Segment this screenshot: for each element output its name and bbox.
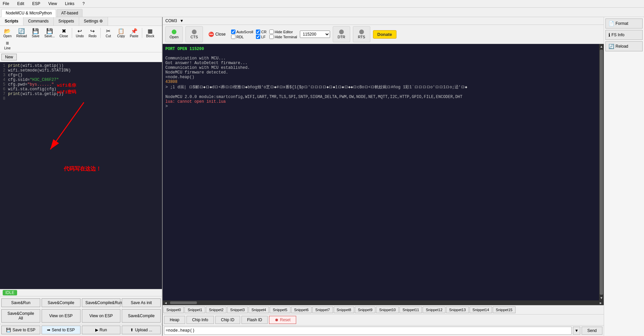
tab-atbased[interactable]: AT-based [57, 9, 82, 17]
block-button[interactable]: ▦Block [144, 27, 156, 39]
new-button[interactable]: New [1, 54, 17, 60]
code-line-1: 1 print(wifi.sta.getip()) [1, 63, 161, 68]
redo-button[interactable]: ↪Redo [87, 27, 99, 39]
hide-terminal-checkbox[interactable] [269, 35, 274, 39]
send-to-esp-button[interactable]: ➡ Send to ESP [42, 326, 80, 334]
serial-controls: Open CTS ⛔ Close AutoScroll [163, 25, 604, 44]
chip-info-button[interactable]: Chip Info [186, 316, 214, 324]
snippet12-button[interactable]: Snippet12 [423, 306, 445, 313]
save-as-button[interactable]: 💾Save... [42, 27, 57, 39]
menu-view[interactable]: View [47, 1, 58, 7]
save-compile-all-button[interactable]: Save&Compile All [1, 309, 40, 323]
rdl-checkbox[interactable] [231, 35, 235, 39]
sidebar-reload-button[interactable]: 🔄 Reload [605, 41, 643, 51]
cut-button[interactable]: ✂Cut [102, 27, 114, 39]
tab-commands[interactable]: Commands [23, 17, 54, 26]
snippet9-button[interactable]: Snippet9 [355, 306, 375, 313]
snippet4-button[interactable]: Snippet4 [249, 306, 269, 313]
snippet6-button[interactable]: Snippet6 [291, 306, 312, 313]
scroll-thumb[interactable] [600, 50, 603, 295]
snippet7-button[interactable]: Snippet7 [312, 306, 333, 313]
view-on-esp-button[interactable]: View on ESP [42, 309, 80, 323]
hscroll-left-button[interactable]: ◄ [163, 300, 169, 305]
reload-button[interactable]: 🔄Reload [14, 27, 29, 39]
autoscroll-checkbox[interactable] [231, 30, 235, 34]
format-icon: 📄 [608, 21, 614, 26]
tab-snippets[interactable]: Snippets [54, 17, 79, 26]
open-serial-button[interactable]: Open [165, 26, 183, 42]
donate-button[interactable]: Donate [373, 30, 396, 39]
fs-info-icon: ℹ [608, 32, 610, 38]
copy-button[interactable]: 📋Copy [115, 27, 127, 39]
tab-settings[interactable]: Settings ⚙ [79, 17, 108, 26]
view-on-esp2-button[interactable]: View on ESP [82, 309, 121, 323]
save-compile2-button[interactable]: Save&Compile [122, 309, 161, 323]
scroll-up-button[interactable]: ▲ [599, 44, 604, 49]
checkbox-group-hide: Hide Editor Hide Terminal [269, 30, 297, 39]
menu-esp[interactable]: ESP [31, 1, 42, 7]
dtr-button[interactable]: DTR [333, 26, 350, 42]
info-buttons: Heap Chip Info Chip ID Flash ID ⏺ Reset [163, 314, 604, 325]
com-header: COM3 ▼ [163, 17, 604, 25]
save-run-button[interactable]: Save&Run [1, 298, 40, 307]
reset-button[interactable]: ⏺ Reset [269, 316, 296, 324]
close-serial-button[interactable]: ⛔ Close [206, 30, 228, 38]
snippet3-button[interactable]: Snippet3 [227, 306, 248, 313]
lf-checkbox[interactable] [256, 35, 260, 39]
snippet1-button[interactable]: Snippet1 [184, 306, 205, 313]
rts-button[interactable]: RTS [353, 26, 370, 42]
open-button[interactable]: 📂Open [1, 27, 13, 39]
menu-edit[interactable]: Edit [16, 1, 25, 7]
snippet15-button[interactable]: Snippet15 [493, 306, 516, 313]
code-editor[interactable]: 1 print(wifi.sta.getip()) 2 wifi.setmode… [0, 62, 162, 289]
snippet8-button[interactable]: Snippet8 [334, 306, 354, 313]
com-dropdown-arrow[interactable]: ▼ [180, 18, 184, 23]
undo-button[interactable]: ↩Undo [74, 27, 86, 39]
command-input[interactable] [164, 327, 572, 335]
horizontal-scrollbar[interactable]: ◄ ► [163, 300, 604, 305]
menu-file[interactable]: File [1, 1, 10, 7]
terminal[interactable]: PORT OPEN 115200 Communication with MCU.… [163, 44, 599, 300]
flash-id-button[interactable]: Flash ID [241, 316, 268, 324]
scroll-down-button[interactable]: ▼ [599, 295, 604, 300]
upload-button[interactable]: ⬆ Upload ... [122, 326, 161, 334]
line-button[interactable]: ≡Line [1, 39, 13, 51]
snippet11-button[interactable]: Snippet11 [399, 306, 422, 313]
hscroll-thumb[interactable] [170, 301, 197, 304]
save-compile-button[interactable]: Save&Compile [42, 298, 80, 307]
close-button[interactable]: ✖Close [57, 27, 70, 39]
cr-checkbox[interactable] [256, 30, 260, 34]
hscroll-right-button[interactable]: ► [598, 300, 604, 305]
tab-nodemcu[interactable]: NodeMCU & MicroPython [1, 9, 56, 17]
save-compile-run-button[interactable]: Save&Compile&Run... [82, 298, 121, 307]
baud-rate-select[interactable]: 115200 9600 57600 230400 [300, 31, 330, 38]
snippet10-button[interactable]: Snippet10 [376, 306, 399, 313]
chip-id-button[interactable]: Chip ID [215, 316, 240, 324]
snippet14-button[interactable]: Snippet14 [470, 306, 492, 313]
tab-scripts[interactable]: Scripts [0, 17, 23, 26]
paste-button[interactable]: 📌Paste [128, 27, 141, 39]
menu-help[interactable]: ? [81, 1, 86, 7]
run-icon: ▶ [95, 328, 98, 332]
send-button[interactable]: Send [582, 327, 602, 335]
cmd-dropdown-icon[interactable]: ▼ [573, 327, 580, 335]
checkbox-group-left: AutoScroll RDL [231, 30, 253, 39]
snippet2-button[interactable]: Snippet2 [206, 306, 226, 313]
format-button[interactable]: 📄 Format [605, 18, 643, 29]
term-line-heap-call: =node.heap() [165, 75, 596, 80]
snippet13-button[interactable]: Snippet13 [446, 306, 469, 313]
heap-button[interactable]: Heap [164, 316, 185, 324]
save-button[interactable]: 💾Save [30, 27, 42, 39]
snippet0-button[interactable]: Snippet0 [163, 306, 184, 313]
menu-links[interactable]: Links [64, 1, 76, 7]
code-line-8: 8 [1, 96, 161, 101]
run-button[interactable]: ▶ Run [82, 326, 121, 334]
hide-editor-checkbox[interactable] [269, 30, 274, 34]
fs-info-button[interactable]: ℹ FS Info [605, 30, 643, 40]
save-as-init-button[interactable]: Save As init [122, 298, 161, 307]
cts-button[interactable]: CTS [185, 26, 203, 42]
code-line-2: 2 wifi.setmode(wifi.STATION) [1, 68, 161, 73]
snippet5-button[interactable]: Snippet5 [270, 306, 290, 313]
save-to-esp-button[interactable]: 💾 Save to ESP [1, 326, 40, 334]
terminal-scrollbar[interactable]: ▲ ▼ [599, 44, 604, 300]
